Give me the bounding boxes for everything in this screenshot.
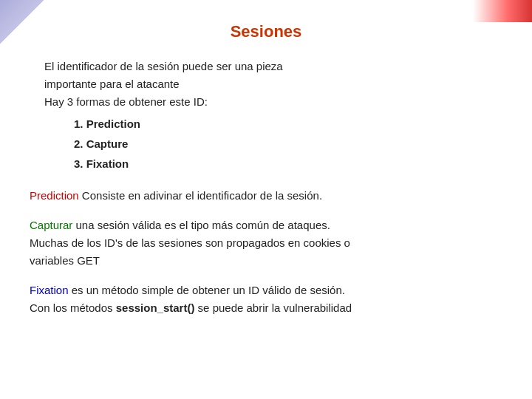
fixation-keyword: Fixation: [30, 284, 69, 296]
prediction-keyword: Prediction: [30, 189, 79, 202]
page-title: Sesiones: [30, 22, 502, 41]
fixation-bold-text: session_start(): [116, 301, 195, 314]
intro-line1: El identificador de la sesión puede ser …: [44, 58, 502, 75]
fixation-section: Fixation es un método simple de obtener …: [30, 282, 502, 317]
fixation-text-after: se puede abrir la vulnerabilidad: [194, 301, 352, 314]
capture-text: una sesión válida es el tipo más común d…: [30, 219, 350, 267]
prediction-text: Consiste en adivinar el identificador de…: [79, 189, 322, 202]
list-item-1: 1. Prediction: [74, 114, 502, 134]
corner-decoration-tl: [0, 0, 44, 44]
list-item-2: 2. Capture: [74, 134, 502, 154]
prediction-section: Prediction Consiste en adivinar el ident…: [30, 187, 502, 205]
list-label-3: Fixation: [86, 157, 129, 170]
methods-list: 1. Prediction 2. Capture 3. Fixation: [74, 114, 502, 174]
list-number-1: 1.: [74, 117, 83, 130]
list-label-1: Prediction: [86, 117, 140, 130]
list-number-3: 3.: [74, 157, 83, 170]
list-label-2: Capture: [86, 137, 129, 150]
intro-line3: Hay 3 formas de obtener este ID:: [44, 93, 502, 111]
list-item-3: 3. Fixation: [74, 154, 502, 174]
intro-block: El identificador de la sesión puede ser …: [44, 58, 502, 174]
capture-section: Capturar una sesión válida es el tipo má…: [30, 216, 502, 270]
corner-decoration-tr: [473, 0, 532, 22]
intro-line2: importante para el atacante: [44, 75, 502, 93]
main-content: Sesiones El identificador de la sesión p…: [0, 0, 532, 344]
capture-keyword: Capturar: [30, 219, 72, 231]
list-number-2: 2.: [74, 137, 83, 150]
